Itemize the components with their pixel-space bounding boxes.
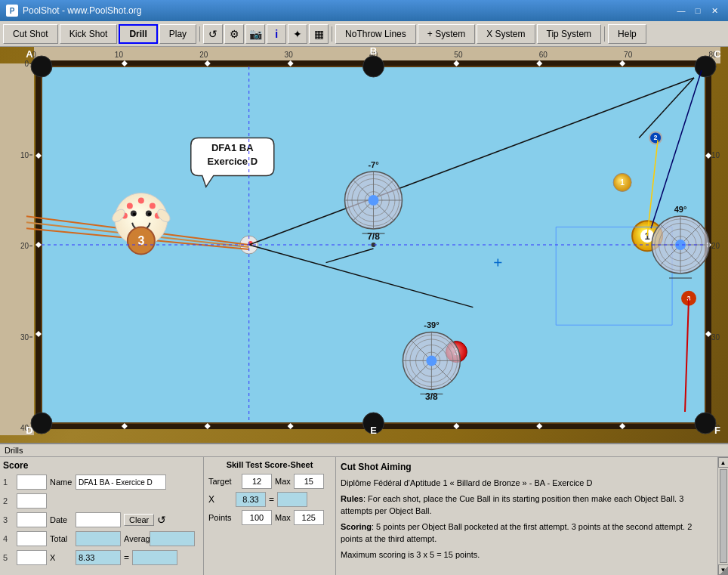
bottom-panel: Drills Score 1 Name 2 3 [0,443,728,575]
clear-button[interactable]: Clear [124,514,154,526]
star-icon-button[interactable]: ✦ [288,24,307,44]
x-result-input[interactable] [277,492,307,507]
toolbar-separator-2 [332,26,332,42]
date-label: Date [50,515,72,524]
score-box-1[interactable] [17,475,47,490]
refresh-icon[interactable]: ↺ [157,514,166,526]
equals-label: = [124,552,129,563]
total-input[interactable] [76,531,121,546]
cut-shot-button[interactable]: Cut Shot [3,24,58,44]
camera-icon-button[interactable]: 📷 [245,24,265,44]
points-label: Points [208,513,239,522]
description-section: Cut Shot Aiming Diplôme Fédéral d'Aptitu… [336,457,717,575]
max-input-2[interactable]: 125 [294,510,324,525]
toolbar-separator-1 [199,26,200,42]
no-throw-lines-button[interactable]: NoThrow Lines [335,24,416,44]
refresh-icon-button[interactable]: ↺ [203,24,223,44]
close-button[interactable]: ✕ [707,4,722,17]
info-icon-button[interactable]: i [267,24,286,44]
app-icon: P [6,5,18,17]
date-input[interactable] [76,512,121,527]
desc-subtitle: Diplôme Fédéral d'Aptitude 1 « Billard d… [341,477,713,490]
points-input[interactable]: 100 [242,510,272,525]
score-box-5[interactable] [17,550,47,565]
total-label: Total [50,534,72,543]
window-controls[interactable]: — □ ✕ [674,4,722,17]
x-input[interactable]: 8.33 [76,550,121,565]
minimize-button[interactable]: — [674,4,689,17]
target-label: Target [208,477,239,486]
desc-scoring: Scoring: 5 points per Object Ball pocket… [341,521,713,546]
grid-icon-button[interactable]: ▦ [309,24,329,44]
max-label-2: Max [275,513,291,522]
skill-target-row: Target 12 Max 15 [208,474,331,489]
scoring-text: : 5 points per Object Ball pocketed at t… [341,522,692,544]
rules-label: Rules [341,494,363,503]
score-row-2: 2 [3,493,200,509]
name-input[interactable] [76,475,166,490]
desc-subtitle-text: Diplôme Fédéral d'Aptitude 1 « Billard d… [341,478,592,487]
toolbar-separator-3 [604,26,605,42]
desc-title: Cut Shot Aiming [341,460,713,474]
score-num-5: 5 [3,553,14,562]
score-header: Score [3,460,200,471]
score-row-5: 5 X 8.33 = [3,549,200,566]
resize-handle[interactable] [719,566,728,575]
main-content: Drills Score 1 Name 2 3 [0,47,728,575]
desc-scrollbar[interactable]: ▲ ▼ [717,457,728,575]
max-input-1[interactable]: 15 [294,474,324,489]
skill-points-row: Points 100 Max 125 [208,510,331,525]
desc-max-scoring: Maximum scoring is 3 x 5 = 15 points. [341,549,713,561]
kick-shot-button[interactable]: Kick Shot [60,24,118,44]
title-bar: P PoolShot - www.PoolShot.org — □ ✕ [0,0,728,21]
score-box-4[interactable] [17,531,47,546]
name-label: Name [50,478,72,487]
plus-system-button[interactable]: + System [418,24,475,44]
drills-label: Drills [0,444,728,457]
tip-system-button[interactable]: Tip System [537,24,602,44]
drill-button[interactable]: Drill [119,24,157,44]
average-input[interactable] [150,531,195,546]
score-num-4: 4 [3,534,14,543]
score-section: Score 1 Name 2 3 Date [0,457,204,575]
score-row-4: 4 Total Average [3,530,200,547]
table-container[interactable] [0,47,728,443]
settings-icon-button[interactable]: ⚙ [224,24,244,44]
max-label-1: Max [275,477,291,486]
main-toolbar: Cut Shot Kick Shot Drill Play ↺ ⚙ 📷 i ✦ … [0,21,728,47]
scroll-thumb[interactable] [720,469,727,563]
skill-x-row: X 8.33 = [208,492,331,507]
window-title: PoolShot - www.PoolShot.org [23,5,141,16]
scroll-up-button[interactable]: ▲ [718,457,729,468]
eq-symbol: = [269,494,274,505]
rules-text: : For each shot, place the Cue Ball in i… [341,494,683,516]
result-input[interactable] [132,550,177,565]
score-num-3: 3 [3,515,14,524]
score-box-3[interactable] [17,512,47,527]
x-symbol: X [208,494,217,505]
maximize-button[interactable]: □ [690,4,705,17]
score-row-3: 3 Date Clear ↺ [3,512,200,528]
help-button[interactable]: Help [608,24,646,44]
bottom-content: Score 1 Name 2 3 Date [0,457,728,575]
score-box-2[interactable] [17,493,47,509]
scoring-label: Scoring [341,522,372,531]
x-label: X [50,553,72,562]
x-system-button[interactable]: X System [477,24,535,44]
skill-test-title: Skill Test Score-Sheet [208,460,331,469]
target-input[interactable]: 12 [242,474,272,489]
desc-rules: Rules: For each shot, place the Cue Ball… [341,493,713,518]
x-value-input[interactable]: 8.33 [236,492,266,507]
score-num-1: 1 [3,478,14,487]
skill-test-section: Skill Test Score-Sheet Target 12 Max 15 … [204,457,336,575]
pool-table-canvas[interactable] [0,47,728,443]
score-row-1: 1 Name [3,474,200,490]
play-button[interactable]: Play [159,24,196,44]
average-label: Average [124,534,147,543]
score-num-2: 2 [3,496,14,505]
